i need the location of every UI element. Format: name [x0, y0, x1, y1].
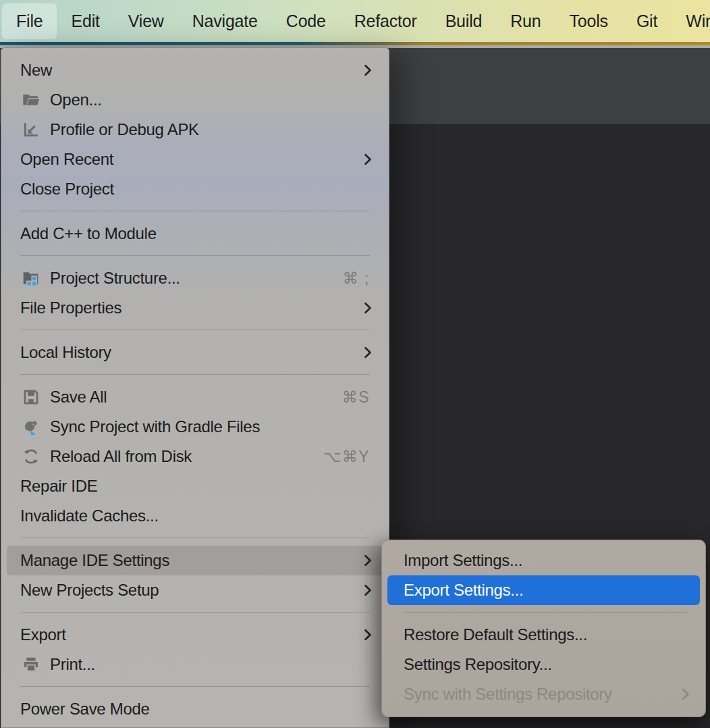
menu-item-label: Print...: [50, 655, 370, 674]
menu-item-manage-ide-settings[interactable]: Manage IDE Settings: [7, 546, 383, 575]
menu-item-label: Profile or Debug APK: [50, 120, 370, 139]
menubar-item-file[interactable]: File: [2, 3, 57, 39]
menu-separator: [20, 211, 370, 211]
menu-item-label: Restore Default Settings...: [404, 625, 688, 644]
menu-item-sync-with-settings-repository[interactable]: Sync with Settings Repository: [382, 679, 705, 709]
chevron-right-icon: [364, 346, 372, 359]
menu-item-new[interactable]: New: [1, 55, 389, 85]
menu-item-label: Manage IDE Settings: [20, 551, 364, 570]
chevron-right-icon: [364, 63, 372, 77]
menu-item-add-c-to-module[interactable]: Add C++ to Module: [1, 219, 389, 249]
menu-item-label: Import Settings...: [404, 551, 688, 570]
menu-item-sync-project-with-gradle-files[interactable]: Sync Project with Gradle Files: [1, 412, 389, 442]
menubar-item-run[interactable]: Run: [496, 3, 555, 39]
menu-item-label: File Properties: [20, 298, 364, 317]
save-icon: [22, 388, 40, 407]
menu-separator: [404, 612, 688, 613]
menu-item-open[interactable]: Open...: [1, 85, 389, 115]
menu-item-label: Invalidate Caches...: [20, 506, 370, 525]
menu-separator: [20, 330, 370, 330]
menu-item-label: Repair IDE: [20, 477, 370, 496]
gradle-sync-icon: [22, 417, 40, 436]
manage-ide-settings-submenu: Import Settings...Export Settings...Rest…: [381, 540, 706, 717]
menu-item-import-settings[interactable]: Import Settings...: [382, 546, 705, 575]
menubar-item-tools[interactable]: Tools: [555, 3, 622, 39]
menu-item-label: Reload All from Disk: [50, 447, 323, 466]
menu-item-project-structure[interactable]: Project Structure...⌘ ;: [1, 263, 389, 293]
menubar: FileEditViewNavigateCodeRefactorBuildRun…: [0, 0, 710, 42]
menu-item-new-projects-setup[interactable]: New Projects Setup: [1, 575, 389, 605]
menu-item-restore-default-settings[interactable]: Restore Default Settings...: [382, 620, 705, 650]
profile-debug-apk-icon: [22, 120, 40, 139]
menu-item-print[interactable]: Print...: [1, 650, 389, 679]
menu-item-file-properties[interactable]: File Properties: [1, 293, 389, 323]
menu-separator: [20, 686, 370, 687]
chevron-right-icon: [364, 153, 372, 166]
project-structure-icon: [22, 269, 40, 288]
chevron-right-icon: [364, 583, 372, 597]
menubar-item-code[interactable]: Code: [272, 3, 340, 39]
menu-item-label: Project Structure...: [50, 269, 343, 288]
shortcut-hint: ⌘ ;: [343, 269, 370, 288]
chevron-right-icon: [364, 628, 372, 642]
menubar-item-refactor[interactable]: Refactor: [340, 3, 431, 39]
menu-item-label: Sync with Settings Repository: [404, 685, 682, 704]
menu-item-reload-all-from-disk[interactable]: Reload All from Disk⌥⌘Y: [1, 442, 389, 471]
chevron-right-icon: [682, 687, 690, 701]
menu-item-profile-or-debug-apk[interactable]: Profile or Debug APK: [1, 115, 389, 145]
menu-separator: [20, 538, 370, 538]
menu-item-label: Export: [20, 625, 364, 644]
menubar-item-view[interactable]: View: [114, 3, 178, 39]
menubar-item-build[interactable]: Build: [431, 3, 497, 39]
menu-item-label: Local History: [20, 343, 364, 362]
chevron-right-icon: [364, 301, 372, 315]
chevron-right-icon: [364, 554, 372, 567]
menu-item-label: New: [20, 61, 364, 80]
menu-item-label: Power Save Mode: [20, 700, 370, 719]
menu-item-label: Open Recent: [20, 150, 364, 169]
menubar-item-win[interactable]: Win: [672, 3, 710, 39]
menubar-item-navigate[interactable]: Navigate: [178, 3, 272, 39]
menu-item-open-recent[interactable]: Open Recent: [1, 145, 389, 174]
file-menu: NewOpen...Profile or Debug APKOpen Recen…: [1, 47, 389, 728]
menu-item-repair-ide[interactable]: Repair IDE: [1, 471, 389, 501]
shortcut-hint: ⌘S: [342, 388, 370, 407]
menu-item-power-save-mode[interactable]: Power Save Mode: [1, 694, 389, 724]
menu-item-label: Close Project: [20, 180, 370, 199]
menu-item-label: New Projects Setup: [20, 581, 364, 600]
menu-item-label: Save All: [50, 388, 342, 407]
menubar-item-git[interactable]: Git: [622, 3, 672, 39]
menu-item-invalidate-caches[interactable]: Invalidate Caches...: [1, 501, 389, 531]
print-icon: [22, 655, 40, 674]
menu-item-label: Settings Repository...: [404, 655, 688, 674]
menu-item-settings-repository[interactable]: Settings Repository...: [382, 650, 705, 679]
menu-item-export-settings[interactable]: Export Settings...: [387, 575, 700, 605]
menu-item-label: Sync Project with Gradle Files: [50, 417, 370, 436]
menubar-item-edit[interactable]: Edit: [57, 3, 113, 39]
reload-icon: [22, 447, 40, 466]
menu-separator: [20, 255, 370, 256]
menu-separator: [20, 374, 370, 375]
shortcut-hint: ⌥⌘Y: [323, 448, 370, 466]
menu-item-label: Open...: [50, 90, 370, 109]
menu-item-local-history[interactable]: Local History: [1, 338, 389, 367]
menu-item-label: Add C++ to Module: [20, 224, 370, 243]
menu-item-close-project[interactable]: Close Project: [1, 174, 389, 204]
folder-open-icon: [22, 90, 40, 109]
menu-item-export[interactable]: Export: [1, 620, 389, 650]
menu-item-save-all[interactable]: Save All⌘S: [1, 382, 389, 412]
menu-item-label: Export Settings...: [404, 581, 688, 600]
menu-separator: [20, 612, 370, 613]
